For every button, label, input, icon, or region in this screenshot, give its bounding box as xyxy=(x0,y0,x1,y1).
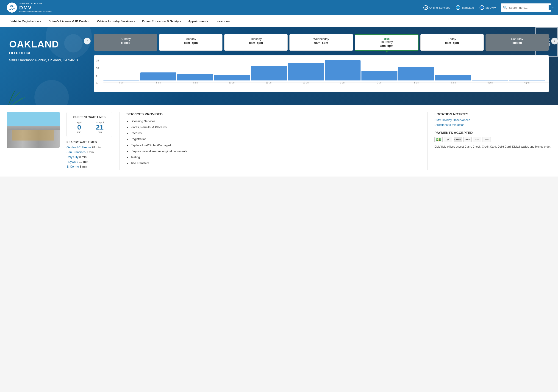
hero-section: OAKLAND FIELD OFFICE 5300 Claremont Aven… xyxy=(0,27,558,105)
chart-bar-group: 12 pm xyxy=(288,63,324,84)
top-bar: CA .GOV STATE OF CALIFORNIA DMV DEPARTME… xyxy=(0,0,558,15)
day-name: Thursday xyxy=(357,40,416,43)
services-section: SERVICES PROVIDED Licensing ServicesPlat… xyxy=(126,112,420,170)
notices-link[interactable]: Directions to this office xyxy=(434,123,551,127)
chart-bar xyxy=(435,75,471,80)
nearby-wait-value: 8 min xyxy=(79,165,87,168)
wait-times-section: CURRENT WAIT TIMES appt 0 min no appt 21… xyxy=(67,112,112,170)
nav-appointments[interactable]: Appointments xyxy=(185,15,212,27)
day-card-wednesday: Wednesday 9am–5pm xyxy=(289,34,353,51)
nearby-location-link[interactable]: El Cerrito xyxy=(67,165,79,168)
chevron-down-icon: ▾ xyxy=(40,20,41,22)
translate-link[interactable]: 🌐 Translate xyxy=(456,5,474,10)
chart-bars: 7 am8 am9 am10 am11 am12 pm1 pm2 pm3 pm4… xyxy=(104,59,545,89)
chevron-down-icon: ▾ xyxy=(180,20,181,22)
grid-line-10 xyxy=(104,67,549,67)
day-hours: 8am–5pm xyxy=(161,41,220,44)
list-item: Title Transfers xyxy=(131,161,420,165)
day-name: Saturday xyxy=(488,37,547,41)
day-name: Tuesday xyxy=(226,37,286,41)
nearby-location-link[interactable]: San Francisco xyxy=(67,150,86,154)
list-item: Plates, Permits, & Placards xyxy=(131,125,420,129)
ca-gov-logo: CA .GOV xyxy=(7,2,17,13)
chart-bar-group: 2 pm xyxy=(361,71,397,84)
office-address: 5300 Claremont Avenue, Oakland, CA 94618 xyxy=(9,58,78,63)
payment-icon-check: ✓ xyxy=(444,137,452,142)
day-hours: closed xyxy=(488,41,547,44)
notices-links: DMV Holiday ObservancesDirections to thi… xyxy=(434,118,551,127)
day-hours: 8am–5pm xyxy=(226,41,286,44)
grid-line-5 xyxy=(104,75,549,75)
nearby-location-link[interactable]: Daly City xyxy=(67,155,78,159)
nav-vehicle-registration[interactable]: Vehicle Registration ▾ xyxy=(7,15,45,27)
logo-area: CA .GOV STATE OF CALIFORNIA DMV DEPARTME… xyxy=(7,2,52,13)
list-item: San Francisco 1 min xyxy=(67,150,112,154)
day-hours: 9am–5pm xyxy=(291,41,351,44)
chart-bar xyxy=(140,72,176,80)
day-card-thursday: open Thursday 8am–5pm xyxy=(355,34,418,51)
day-hours: closed xyxy=(96,41,155,44)
chart-bar xyxy=(177,74,213,80)
chevron-down-icon: ▾ xyxy=(134,20,135,22)
no-appt-value: 21 xyxy=(91,124,109,131)
mydmv-link[interactable]: 👤 MyDMV xyxy=(480,5,496,10)
divider xyxy=(119,112,120,170)
chart-bar-group: 6 pm xyxy=(509,80,545,84)
nav-bar: Vehicle Registration ▾ Driver's License … xyxy=(0,15,558,27)
chart-bar xyxy=(251,66,287,80)
no-appt-wait: no appt 21 min xyxy=(91,121,109,133)
payment-icons: 💵✓CREDITDEBIT◻◻▬▬ xyxy=(434,137,551,142)
dmv-logo-text: STATE OF CALIFORNIA DMV DEPARTMENT OF MO… xyxy=(19,2,52,13)
list-item: Request miscellaneous original documents xyxy=(131,149,420,153)
nearby-wait-value: 1 min xyxy=(86,150,94,154)
appt-unit: min xyxy=(70,131,88,133)
services-list: Licensing ServicesPlates, Permits, & Pla… xyxy=(126,119,420,165)
day-card-monday: Monday 8am–5pm xyxy=(159,34,222,51)
day-name: Sunday xyxy=(96,37,155,41)
day-hours: 8am–5pm xyxy=(422,41,482,44)
list-item: Testing xyxy=(131,155,420,159)
nearby-wait-value: 12 min xyxy=(78,160,88,163)
nav-locations[interactable]: Locations xyxy=(212,15,233,27)
schedule-panel: ‹ › Sunday closed Monday 8am–5pm Tuesday… xyxy=(87,27,558,105)
chart-bar xyxy=(361,71,397,80)
payment-icon-cash: 💵 xyxy=(434,137,443,142)
prev-button[interactable]: ‹ xyxy=(84,38,91,44)
day-name: Wednesday xyxy=(291,37,351,41)
list-item: Records xyxy=(131,131,420,135)
notices-link[interactable]: DMV Holiday Observances xyxy=(434,118,551,122)
chart-bar-group: 7 am xyxy=(104,80,140,84)
day-card-sunday: Sunday closed xyxy=(94,34,157,51)
nearby-location-link[interactable]: Oakland Coliseum xyxy=(67,145,91,149)
nearby-wait-title: NEARBY WAIT TIMES xyxy=(67,141,112,144)
current-wait-title: CURRENT WAIT TIMES xyxy=(70,116,109,119)
day-card-friday: Friday 8am–5pm xyxy=(420,34,484,51)
day-hours: 8am–5pm xyxy=(357,44,416,47)
nearby-location-link[interactable]: Hayward xyxy=(67,160,78,163)
wait-time-chart: 15 10 5 0 7 am8 am9 am10 am11 am12 pm1 p… xyxy=(94,55,549,92)
next-button[interactable]: › xyxy=(551,38,558,44)
chart-bar-group: 1 pm xyxy=(325,60,361,84)
top-nav-links: ⊕ Online Services 🌐 Translate 👤 MyDMV xyxy=(423,5,496,10)
green-fan-decoration xyxy=(7,82,35,105)
nav-driver-education[interactable]: Driver Education & Safety ▾ xyxy=(139,15,185,27)
nearby-wait-value: 28 min xyxy=(91,145,101,149)
chart-bar-group: 11 am xyxy=(251,66,287,84)
chart-bar xyxy=(104,80,140,80)
online-services-link[interactable]: ⊕ Online Services xyxy=(423,5,450,10)
chart-y-labels: 15 10 5 0 xyxy=(96,59,99,85)
office-name: OAKLAND xyxy=(9,39,78,50)
day-name: Friday xyxy=(422,37,482,41)
list-item: Registration xyxy=(131,137,420,141)
search-button[interactable]: → xyxy=(549,5,556,10)
nav-drivers-license[interactable]: Driver's License & ID Cards ▾ xyxy=(45,15,93,27)
list-item: Replace Lost/Stolen/Damaged xyxy=(131,143,420,147)
current-wait-box: CURRENT WAIT TIMES appt 0 min no appt 21… xyxy=(67,112,112,137)
appt-wait: appt 0 min xyxy=(70,121,88,133)
search-input[interactable] xyxy=(509,6,548,9)
chart-bar xyxy=(472,80,508,80)
divider2 xyxy=(427,112,427,170)
list-item: El Cerrito 8 min xyxy=(67,165,112,168)
nav-vehicle-industry[interactable]: Vehicle Industry Services ▾ xyxy=(93,15,139,27)
list-item: Oakland Coliseum 28 min xyxy=(67,145,112,149)
